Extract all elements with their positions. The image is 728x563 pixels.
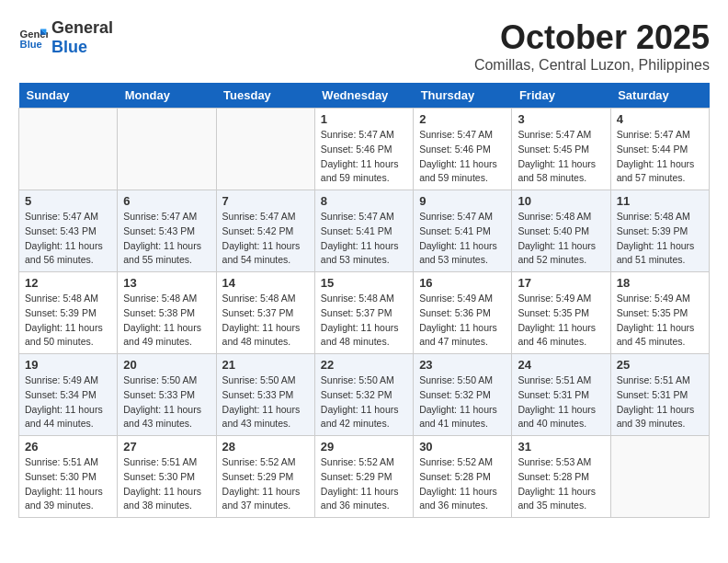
day-info: Sunrise: 5:48 AM Sunset: 5:38 PM Dayligh…: [123, 292, 210, 350]
day-number: 27: [123, 440, 210, 454]
day-info: Sunrise: 5:53 AM Sunset: 5:28 PM Dayligh…: [518, 455, 604, 513]
day-number: 19: [25, 358, 111, 372]
calendar-cell: 27Sunrise: 5:51 AM Sunset: 5:30 PM Dayli…: [118, 436, 216, 518]
day-number: 3: [518, 112, 604, 126]
day-info: Sunrise: 5:47 AM Sunset: 5:43 PM Dayligh…: [123, 210, 210, 268]
day-number: 5: [25, 194, 111, 208]
week-row-1: 1Sunrise: 5:47 AM Sunset: 5:46 PM Daylig…: [19, 109, 710, 190]
day-info: Sunrise: 5:51 AM Sunset: 5:30 PM Dayligh…: [25, 455, 111, 513]
day-info: Sunrise: 5:47 AM Sunset: 5:41 PM Dayligh…: [321, 210, 407, 268]
calendar-cell: 20Sunrise: 5:50 AM Sunset: 5:33 PM Dayli…: [118, 354, 216, 436]
day-info: Sunrise: 5:50 AM Sunset: 5:32 PM Dayligh…: [419, 373, 506, 431]
weekday-header-sunday: Sunday: [19, 83, 118, 109]
day-info: Sunrise: 5:48 AM Sunset: 5:40 PM Dayligh…: [518, 210, 604, 268]
day-info: Sunrise: 5:47 AM Sunset: 5:46 PM Dayligh…: [419, 128, 506, 186]
day-info: Sunrise: 5:47 AM Sunset: 5:41 PM Dayligh…: [419, 210, 506, 268]
calendar-cell: 7Sunrise: 5:47 AM Sunset: 5:42 PM Daylig…: [216, 190, 314, 272]
day-number: 21: [222, 358, 309, 372]
weekday-header-saturday: Saturday: [610, 83, 709, 109]
logo: General Blue General Blue: [18, 18, 113, 57]
calendar-cell: 19Sunrise: 5:49 AM Sunset: 5:34 PM Dayli…: [19, 354, 118, 436]
week-row-3: 12Sunrise: 5:48 AM Sunset: 5:39 PM Dayli…: [19, 272, 710, 354]
day-number: 1: [321, 112, 407, 126]
calendar-cell: 17Sunrise: 5:49 AM Sunset: 5:35 PM Dayli…: [512, 272, 610, 354]
title-block: October 2025 Comillas, Central Luzon, Ph…: [474, 18, 710, 74]
calendar-cell: 26Sunrise: 5:51 AM Sunset: 5:30 PM Dayli…: [19, 436, 118, 518]
month-title: October 2025: [474, 18, 710, 57]
day-number: 2: [419, 112, 506, 126]
calendar-cell: 9Sunrise: 5:47 AM Sunset: 5:41 PM Daylig…: [414, 190, 512, 272]
day-number: 25: [617, 358, 703, 372]
day-number: 24: [518, 358, 604, 372]
calendar-cell: 6Sunrise: 5:47 AM Sunset: 5:43 PM Daylig…: [118, 190, 216, 272]
day-number: 20: [123, 358, 210, 372]
day-info: Sunrise: 5:47 AM Sunset: 5:44 PM Dayligh…: [617, 128, 703, 186]
calendar-cell: 11Sunrise: 5:48 AM Sunset: 5:39 PM Dayli…: [610, 190, 709, 272]
day-info: Sunrise: 5:49 AM Sunset: 5:36 PM Dayligh…: [419, 292, 506, 350]
weekday-header-friday: Friday: [512, 83, 610, 109]
week-row-2: 5Sunrise: 5:47 AM Sunset: 5:43 PM Daylig…: [19, 190, 710, 272]
calendar-cell: 15Sunrise: 5:48 AM Sunset: 5:37 PM Dayli…: [314, 272, 413, 354]
day-number: 17: [518, 276, 604, 290]
day-info: Sunrise: 5:49 AM Sunset: 5:35 PM Dayligh…: [518, 292, 604, 350]
day-info: Sunrise: 5:52 AM Sunset: 5:28 PM Dayligh…: [419, 455, 506, 513]
day-number: 26: [25, 440, 111, 454]
calendar-cell: 31Sunrise: 5:53 AM Sunset: 5:28 PM Dayli…: [512, 436, 610, 518]
calendar-cell: 28Sunrise: 5:52 AM Sunset: 5:29 PM Dayli…: [216, 436, 314, 518]
day-number: 7: [222, 194, 309, 208]
day-number: 9: [419, 194, 506, 208]
day-number: 30: [419, 440, 506, 454]
calendar-cell: 21Sunrise: 5:50 AM Sunset: 5:33 PM Dayli…: [216, 354, 314, 436]
day-number: 31: [518, 440, 604, 454]
day-number: 13: [123, 276, 210, 290]
day-number: 22: [321, 358, 407, 372]
day-info: Sunrise: 5:47 AM Sunset: 5:43 PM Dayligh…: [25, 210, 111, 268]
day-info: Sunrise: 5:48 AM Sunset: 5:37 PM Dayligh…: [321, 292, 407, 350]
day-info: Sunrise: 5:51 AM Sunset: 5:31 PM Dayligh…: [617, 373, 703, 431]
day-info: Sunrise: 5:47 AM Sunset: 5:45 PM Dayligh…: [518, 128, 604, 186]
day-number: 4: [617, 112, 703, 126]
calendar-table: SundayMondayTuesdayWednesdayThursdayFrid…: [18, 83, 710, 518]
day-number: 28: [222, 440, 309, 454]
day-info: Sunrise: 5:50 AM Sunset: 5:32 PM Dayligh…: [321, 373, 407, 431]
calendar-cell: [118, 109, 216, 190]
weekday-header-thursday: Thursday: [414, 83, 512, 109]
calendar-cell: 13Sunrise: 5:48 AM Sunset: 5:38 PM Dayli…: [118, 272, 216, 354]
day-number: 29: [321, 440, 407, 454]
calendar-cell: 2Sunrise: 5:47 AM Sunset: 5:46 PM Daylig…: [414, 109, 512, 190]
calendar-cell: 1Sunrise: 5:47 AM Sunset: 5:46 PM Daylig…: [314, 109, 413, 190]
day-number: 12: [25, 276, 111, 290]
logo-general: General: [51, 18, 113, 38]
day-info: Sunrise: 5:49 AM Sunset: 5:35 PM Dayligh…: [617, 292, 703, 350]
calendar-cell: 25Sunrise: 5:51 AM Sunset: 5:31 PM Dayli…: [610, 354, 709, 436]
logo-icon: General Blue: [18, 23, 48, 52]
page-header: General Blue General Blue October 2025 C…: [18, 18, 710, 74]
day-info: Sunrise: 5:48 AM Sunset: 5:37 PM Dayligh…: [222, 292, 309, 350]
location-subtitle: Comillas, Central Luzon, Philippines: [474, 57, 710, 74]
calendar-cell: 23Sunrise: 5:50 AM Sunset: 5:32 PM Dayli…: [414, 354, 512, 436]
day-number: 23: [419, 358, 506, 372]
calendar-cell: [216, 109, 314, 190]
calendar-cell: 29Sunrise: 5:52 AM Sunset: 5:29 PM Dayli…: [314, 436, 413, 518]
day-info: Sunrise: 5:52 AM Sunset: 5:29 PM Dayligh…: [222, 455, 309, 513]
weekday-header-row: SundayMondayTuesdayWednesdayThursdayFrid…: [19, 83, 710, 109]
calendar-cell: 5Sunrise: 5:47 AM Sunset: 5:43 PM Daylig…: [19, 190, 118, 272]
day-info: Sunrise: 5:51 AM Sunset: 5:30 PM Dayligh…: [123, 455, 210, 513]
calendar-cell: 14Sunrise: 5:48 AM Sunset: 5:37 PM Dayli…: [216, 272, 314, 354]
calendar-cell: 18Sunrise: 5:49 AM Sunset: 5:35 PM Dayli…: [610, 272, 709, 354]
day-info: Sunrise: 5:47 AM Sunset: 5:42 PM Dayligh…: [222, 210, 309, 268]
day-number: 14: [222, 276, 309, 290]
day-info: Sunrise: 5:50 AM Sunset: 5:33 PM Dayligh…: [222, 373, 309, 431]
day-number: 11: [617, 194, 703, 208]
logo-blue: Blue: [51, 38, 113, 57]
calendar-cell: 8Sunrise: 5:47 AM Sunset: 5:41 PM Daylig…: [314, 190, 413, 272]
day-number: 15: [321, 276, 407, 290]
calendar-cell: 4Sunrise: 5:47 AM Sunset: 5:44 PM Daylig…: [610, 109, 709, 190]
calendar-cell: 12Sunrise: 5:48 AM Sunset: 5:39 PM Dayli…: [19, 272, 118, 354]
day-info: Sunrise: 5:48 AM Sunset: 5:39 PM Dayligh…: [617, 210, 703, 268]
weekday-header-monday: Monday: [118, 83, 216, 109]
calendar-cell: 16Sunrise: 5:49 AM Sunset: 5:36 PM Dayli…: [414, 272, 512, 354]
day-info: Sunrise: 5:51 AM Sunset: 5:31 PM Dayligh…: [518, 373, 604, 431]
calendar-cell: [610, 436, 709, 518]
day-info: Sunrise: 5:52 AM Sunset: 5:29 PM Dayligh…: [321, 455, 407, 513]
